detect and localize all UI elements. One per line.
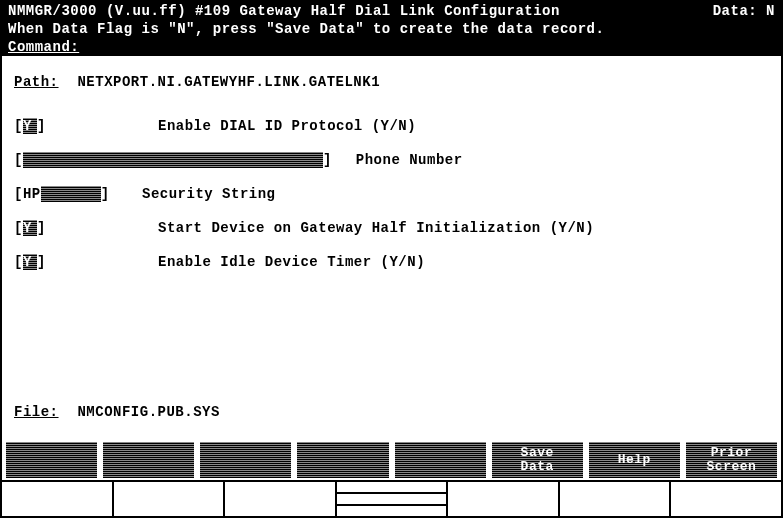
path-row: Path: NETXPORT.NI.GATEWYHF.LINK.GATELNK1 bbox=[14, 74, 769, 90]
fkey-save-data[interactable]: Save Data bbox=[492, 442, 583, 478]
field-row-startdev: [Y] Start Device on Gateway Half Initial… bbox=[14, 220, 769, 236]
command-line[interactable]: Command: bbox=[2, 38, 781, 56]
security-value: HP bbox=[23, 186, 41, 202]
bottom-box-6 bbox=[560, 482, 672, 516]
bottom-box-2 bbox=[114, 482, 226, 516]
file-row: File: NMCONFIG.PUB.SYS bbox=[14, 404, 220, 420]
fkey-5[interactable] bbox=[395, 442, 486, 478]
phone-input[interactable] bbox=[23, 152, 323, 168]
fkey-1[interactable] bbox=[6, 442, 97, 478]
field-row-phone: [] Phone Number bbox=[14, 152, 769, 168]
bottom-bar bbox=[2, 480, 781, 516]
phone-label: Phone Number bbox=[356, 152, 463, 168]
title-bar: NMMGR/3000 (V.uu.ff) #109 Gateway Half D… bbox=[2, 2, 781, 20]
idle-label: Enable Idle Device Timer (Y/N) bbox=[158, 254, 425, 270]
fkey-4[interactable] bbox=[297, 442, 388, 478]
status-line: When Data Flag is "N", press "Save Data"… bbox=[2, 20, 781, 38]
security-input[interactable] bbox=[41, 186, 101, 202]
file-label: File: bbox=[14, 404, 59, 420]
startdev-label: Start Device on Gateway Half Initializat… bbox=[158, 220, 594, 236]
path-value: NETXPORT.NI.GATEWYHF.LINK.GATELNK1 bbox=[77, 74, 380, 90]
fkey-3[interactable] bbox=[200, 442, 291, 478]
content-area: Path: NETXPORT.NI.GATEWYHF.LINK.GATELNK1… bbox=[2, 56, 781, 270]
field-row-idle: [Y] Enable Idle Device Timer (Y/N) bbox=[14, 254, 769, 270]
dial-id-label: Enable DIAL ID Protocol (Y/N) bbox=[158, 118, 416, 134]
security-label: Security String bbox=[142, 186, 276, 202]
dial-id-input[interactable]: Y bbox=[23, 118, 37, 134]
field-row-security: [HP] Security String bbox=[14, 186, 769, 202]
bottom-box-4 bbox=[337, 482, 449, 516]
bottom-box-7 bbox=[671, 482, 781, 516]
fkey-help[interactable]: Help bbox=[589, 442, 680, 478]
bottom-box-3 bbox=[225, 482, 337, 516]
fkey-prior-screen[interactable]: Prior Screen bbox=[686, 442, 777, 478]
file-value: NMCONFIG.PUB.SYS bbox=[77, 404, 219, 420]
startdev-input[interactable]: Y bbox=[23, 220, 37, 236]
bottom-box-1 bbox=[2, 482, 114, 516]
bottom-box-5 bbox=[448, 482, 560, 516]
fkey-row: Save Data Help Prior Screen bbox=[6, 442, 777, 478]
data-flag: Data: N bbox=[713, 4, 775, 18]
title-left: NMMGR/3000 (V.uu.ff) #109 Gateway Half D… bbox=[8, 4, 560, 18]
path-label: Path: bbox=[14, 74, 59, 90]
field-row-dial-id: [Y] Enable DIAL ID Protocol (Y/N) bbox=[14, 118, 769, 134]
command-label: Command: bbox=[8, 39, 79, 55]
idle-input[interactable]: Y bbox=[23, 254, 37, 270]
fkey-2[interactable] bbox=[103, 442, 194, 478]
